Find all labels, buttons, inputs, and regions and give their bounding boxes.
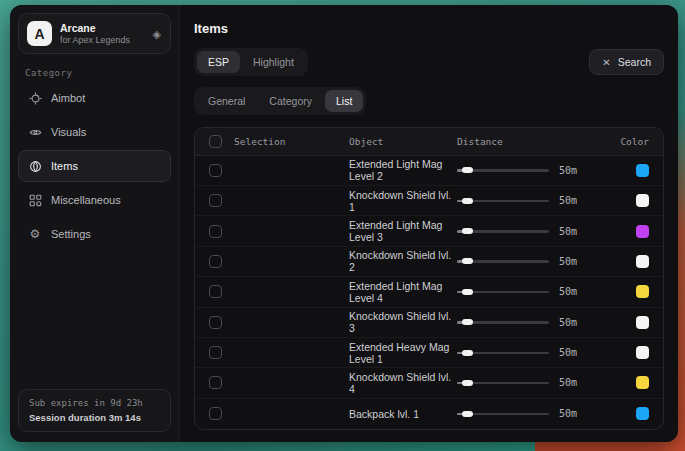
table-row: Extended Light Mag Level 3 50m (195, 216, 663, 246)
color-swatch[interactable] (636, 255, 649, 268)
distance-slider[interactable] (457, 195, 549, 207)
sidebar-item-label: Aimbot (51, 92, 85, 104)
mode-tab-group: ESP Highlight (194, 48, 308, 76)
color-swatch[interactable] (636, 316, 649, 329)
table-row: Knockdown Shield lvl. 3 50m (195, 308, 663, 338)
distance-value: 50m (559, 286, 577, 297)
sidebar-item-label: Settings (51, 228, 91, 240)
tab-list[interactable]: List (325, 90, 363, 112)
header-selection: Selection (234, 136, 285, 147)
header-object: Object (349, 136, 457, 147)
distance-value: 50m (559, 195, 577, 206)
object-name: Extended Heavy Mag Level 1 (349, 341, 457, 365)
distance-slider[interactable] (457, 408, 549, 420)
sidebar-item-aimbot[interactable]: Aimbot (18, 82, 171, 114)
row-checkbox[interactable] (209, 255, 222, 268)
brand-card: A Arcane for Apex Legends ◈ (18, 13, 171, 54)
header-distance: Distance (457, 136, 609, 147)
table-row: Backpack lvl. 1 50m (195, 399, 663, 429)
arcane-window: A Arcane for Apex Legends ◈ Category Aim… (10, 5, 678, 442)
view-tab-group: General Category List (194, 87, 366, 115)
sidebar: A Arcane for Apex Legends ◈ Category Aim… (10, 5, 180, 442)
session-duration-text: Session duration 3m 14s (29, 412, 160, 423)
sub-expires-text: Sub expires in 9d 23h (29, 398, 160, 408)
table-row: Knockdown Shield lvl. 2 50m (195, 247, 663, 277)
app-subtitle: for Apex Legends (60, 35, 130, 45)
object-name: Knockdown Shield lvl. 3 (349, 310, 457, 334)
color-swatch[interactable] (636, 194, 649, 207)
distance-slider[interactable] (457, 347, 549, 359)
distance-value: 50m (559, 408, 577, 419)
color-swatch[interactable] (636, 407, 649, 420)
distance-value: 50m (559, 226, 577, 237)
tab-general[interactable]: General (197, 90, 256, 112)
sidebar-section-label: Category (25, 68, 171, 78)
distance-slider[interactable] (457, 316, 549, 328)
tab-highlight[interactable]: Highlight (242, 51, 305, 73)
table-row: Extended Light Mag Level 2 50m (195, 156, 663, 186)
distance-slider[interactable] (457, 225, 549, 237)
items-table: Selection Object Distance Color Extended… (194, 127, 664, 430)
table-row: Extended Light Mag Level 4 50m (195, 277, 663, 307)
distance-value: 50m (559, 377, 577, 388)
app-logo: A (27, 21, 52, 46)
main-panel: Items ESP Highlight ✕ Search General Cat… (180, 5, 678, 442)
tab-esp[interactable]: ESP (197, 51, 240, 73)
table-header: Selection Object Distance Color (195, 128, 663, 156)
object-name: Backpack lvl. 1 (349, 408, 457, 420)
search-button-label: Search (618, 56, 651, 68)
header-color: Color (609, 136, 649, 147)
row-checkbox[interactable] (209, 164, 222, 177)
distance-value: 50m (559, 317, 577, 328)
eye-icon (28, 125, 42, 139)
object-name: Extended Light Mag Level 4 (349, 280, 457, 304)
object-name: Knockdown Shield lvl. 1 (349, 189, 457, 213)
object-name: Knockdown Shield lvl. 4 (349, 371, 457, 395)
distance-slider[interactable] (457, 255, 549, 267)
page-title: Items (194, 21, 664, 36)
color-swatch[interactable] (636, 164, 649, 177)
row-checkbox[interactable] (209, 407, 222, 420)
table-row: Knockdown Shield lvl. 4 50m (195, 368, 663, 398)
color-swatch[interactable] (636, 225, 649, 238)
color-swatch[interactable] (636, 285, 649, 298)
table-row: Extended Heavy Mag Level 1 50m (195, 338, 663, 368)
distance-value: 50m (559, 165, 577, 176)
distance-slider[interactable] (457, 164, 549, 176)
app-name: Arcane (60, 22, 130, 34)
sidebar-item-label: Items (51, 160, 78, 172)
distance-value: 50m (559, 347, 577, 358)
grid-icon (28, 193, 42, 207)
tab-category[interactable]: Category (258, 90, 323, 112)
search-button[interactable]: ✕ Search (589, 49, 664, 75)
object-name: Extended Light Mag Level 3 (349, 219, 457, 243)
table-row: Knockdown Shield lvl. 1 50m (195, 186, 663, 216)
object-name: Knockdown Shield lvl. 2 (349, 249, 457, 273)
color-swatch[interactable] (636, 376, 649, 389)
row-checkbox[interactable] (209, 346, 222, 359)
distance-value: 50m (559, 256, 577, 267)
sidebar-item-miscellaneous[interactable]: Miscellaneous (18, 184, 171, 216)
sidebar-item-label: Visuals (51, 126, 86, 138)
color-swatch[interactable] (636, 346, 649, 359)
package-icon (28, 159, 42, 173)
row-checkbox[interactable] (209, 376, 222, 389)
x-icon: ✕ (602, 57, 610, 68)
gem-icon[interactable]: ◈ (153, 28, 161, 39)
row-checkbox[interactable] (209, 285, 222, 298)
object-name: Extended Light Mag Level 2 (349, 158, 457, 182)
sidebar-item-visuals[interactable]: Visuals (18, 116, 171, 148)
row-checkbox[interactable] (209, 316, 222, 329)
row-checkbox[interactable] (209, 194, 222, 207)
gear-icon: ⚙ (28, 227, 42, 241)
sidebar-nav: Aimbot Visuals Items (18, 82, 171, 250)
distance-slider[interactable] (457, 377, 549, 389)
sidebar-item-settings[interactable]: ⚙ Settings (18, 218, 171, 250)
subscription-card: Sub expires in 9d 23h Session duration 3… (18, 389, 171, 432)
distance-slider[interactable] (457, 286, 549, 298)
row-checkbox[interactable] (209, 225, 222, 238)
sidebar-item-label: Miscellaneous (51, 194, 121, 206)
brand-text: Arcane for Apex Legends (60, 22, 130, 45)
select-all-checkbox[interactable] (209, 135, 222, 148)
sidebar-item-items[interactable]: Items (18, 150, 171, 182)
